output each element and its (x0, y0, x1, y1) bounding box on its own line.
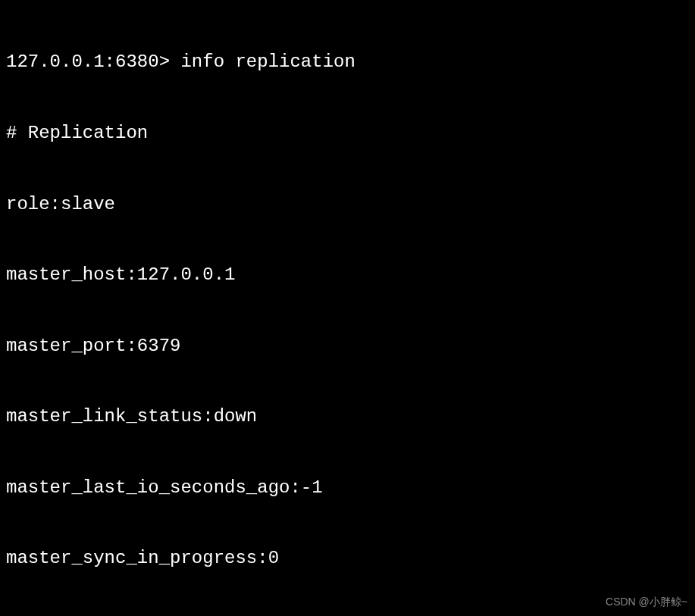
terminal-window[interactable]: 127.0.0.1:6380> info replication # Repli… (0, 0, 695, 616)
output-line: master_host:127.0.0.1 (6, 263, 689, 286)
output-line: master_last_io_seconds_ago:-1 (6, 476, 689, 499)
watermark-text: CSDN @小胖鲸~ (606, 595, 687, 608)
output-line: role:slave (6, 192, 689, 216)
output-line: master_link_status:down (6, 405, 689, 428)
output-line: 127.0.0.1:6380> info replication (6, 50, 689, 73)
section-header: # Replication (6, 121, 689, 145)
output-line: master_sync_in_progress:0 (6, 546, 689, 570)
output-line: master_port:6379 (6, 334, 689, 358)
